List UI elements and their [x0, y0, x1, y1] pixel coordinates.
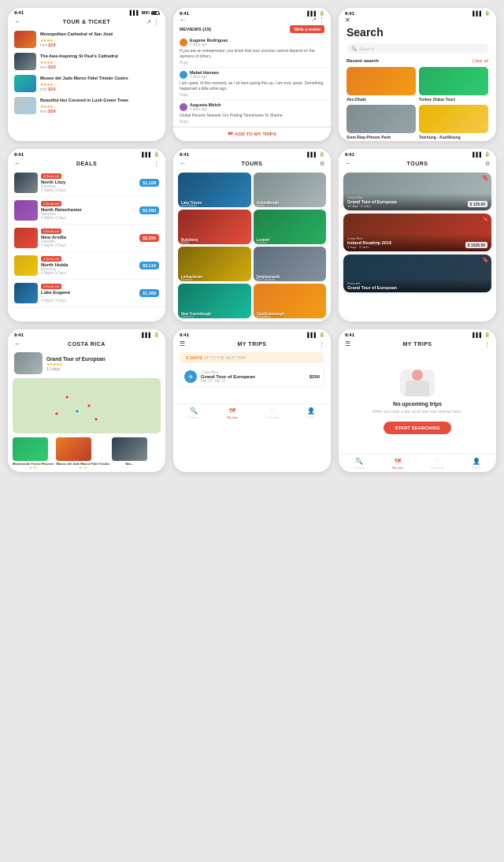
- nav-profile-8[interactable]: 👤 Profile: [306, 407, 315, 419]
- search-box[interactable]: 🔍 Search: [346, 43, 488, 54]
- reply-link-1[interactable]: Reply: [180, 61, 324, 65]
- status-bar-3: 9:41 ▌▌▌ 🔋: [339, 8, 496, 17]
- list-item[interactable]: Metropolitan Cathedral of San José ★★★★☆…: [14, 31, 159, 48]
- back-button-2[interactable]: ←: [180, 17, 186, 24]
- bottom-nav-9: 🔍 Explore 🗺 My trips ♡ Favourite 👤 Profi…: [339, 454, 496, 472]
- back-button-7[interactable]: ←: [14, 340, 20, 347]
- header-1: ← TOUR & TICKET ↗ ⋮: [8, 16, 165, 28]
- recent-item-2[interactable]: Turkey (Value Tour): [419, 67, 488, 102]
- reply-link-2[interactable]: Reply: [180, 93, 324, 97]
- write-review-button[interactable]: Write a review: [290, 25, 324, 33]
- status-icons-9: ▌▌▌ 🔋: [472, 332, 490, 337]
- days-sub: UP TO THE NEXT TRIP: [204, 355, 246, 360]
- tour-grid-item-3[interactable]: Rubyberg Bilbao: [178, 210, 251, 244]
- bottom-place-3[interactable]: Nat...: [112, 437, 147, 470]
- tour-grid-item-2[interactable]: Armindburgh China: [254, 173, 327, 207]
- nav-trips-8[interactable]: 🗺 My trips: [227, 407, 238, 419]
- deal-duration-1: 4 Nights 3 Days: [41, 188, 136, 192]
- trips-label-9: My trips: [392, 466, 403, 470]
- signal-icon-3: ▌▌▌: [472, 11, 483, 16]
- list-item[interactable]: The Awe-Inspiring St Paul's Cathedral ★★…: [14, 53, 159, 70]
- bookmark-icon-3[interactable]: 🔖: [482, 257, 489, 263]
- menu-icon-8[interactable]: ⋮: [319, 341, 324, 347]
- recent-item-3[interactable]: Siem Riep-Phnom Penh: [346, 105, 416, 139]
- recent-thumb-2: [419, 67, 488, 95]
- screen-title-9: MY TRIPS: [403, 341, 432, 347]
- tour-grid-sub-4: Comoros: [257, 241, 268, 244]
- start-search-button[interactable]: START SEARCHING: [384, 422, 450, 434]
- nav-explore-9[interactable]: 🔍 Explore: [354, 458, 365, 470]
- menu-icon-2[interactable]: ⋮: [319, 17, 324, 23]
- deal-item-4[interactable]: 4 Deals left North Hulda Wyoming 4 Night…: [8, 252, 165, 280]
- trip-icon: ✈: [184, 370, 197, 383]
- list-item[interactable]: Beautiful Hut Covered in Lush Green Tree…: [14, 97, 159, 114]
- menu-icon-9[interactable]: ⋮: [484, 341, 490, 347]
- tour-grid-item-4[interactable]: Luoport Comoros: [254, 210, 327, 244]
- bottom-place-2[interactable]: Museo del Jade Marco Fidel Tristán ★ 1.6: [56, 437, 109, 470]
- trip-dates: Mar 13 - Apr 12: [201, 379, 306, 383]
- avatar-1: [180, 39, 187, 46]
- deal-item-3[interactable]: 4 Deals left New Arvilla Glenside 4 Nigh…: [8, 225, 165, 252]
- header-icons-5: ⚙: [320, 161, 324, 167]
- search-icon: 🔍: [351, 46, 357, 51]
- recent-item-1[interactable]: Abu Dhabi: [346, 67, 416, 102]
- share-icon-2[interactable]: ↗: [312, 17, 317, 23]
- deal-item-2[interactable]: 4 Deals left North Retachester Nausikaa …: [8, 197, 165, 225]
- hamburger-icon-9[interactable]: ☰: [345, 340, 350, 347]
- screen-costa-rica: 9:41 ▌▌▌ 🔋 ← COSTA RICA Grand Tour of Eu…: [8, 329, 165, 472]
- hamburger-icon-8[interactable]: ☰: [180, 340, 185, 347]
- filter-icon-5[interactable]: ⚙: [320, 161, 324, 167]
- tour-grid-item-1[interactable]: Lake Travon Saudi Arabia: [178, 173, 251, 207]
- bookmark-icon-2[interactable]: 🔖: [482, 216, 489, 222]
- close-button-3[interactable]: ✕: [345, 17, 350, 24]
- fav-label-8: Favourite: [265, 415, 279, 419]
- nav-fav-9[interactable]: ♡ Favourite: [431, 458, 444, 470]
- back-button-5[interactable]: ←: [180, 160, 186, 167]
- nav-profile-9[interactable]: 👤 Profile: [472, 458, 480, 470]
- bookmark-icon-1[interactable]: 🔖: [482, 175, 489, 181]
- clear-all-button[interactable]: Clear all: [472, 58, 488, 63]
- tour-grid-item-8[interactable]: Candiceborough Hong Kong: [254, 284, 327, 318]
- tour-grid-item-6[interactable]: Delphiamauth New Caledonia: [254, 247, 327, 281]
- status-icons-2: ▌▌▌ 🔋: [307, 10, 324, 16]
- menu-icon-1[interactable]: ⋮: [154, 19, 159, 25]
- recent-item-4[interactable]: Taichung - KaoShiung: [419, 105, 488, 139]
- add-to-trips-button[interactable]: 🗺 ADD TO MY TRIPS: [173, 127, 331, 140]
- nav-trips-9[interactable]: 🗺 My trips: [392, 458, 403, 470]
- trips-banner: 3 DAYS UP TO THE NEXT TRIP: [180, 352, 324, 363]
- status-icons-6: ▌▌▌ 🔋: [472, 151, 490, 157]
- tour-grid-item-5[interactable]: Lethacherter Romania: [178, 247, 251, 281]
- trips-label-8: My trips: [227, 415, 238, 419]
- tour-card-1[interactable]: 🔖 Costa Rica Grand Tour of European 11 d…: [343, 173, 491, 210]
- header-icons-8: ⋮: [319, 341, 324, 347]
- back-button-6[interactable]: ←: [345, 160, 351, 167]
- tc-price-1: $ 125.00: [468, 201, 487, 207]
- map-container[interactable]: [13, 378, 161, 433]
- review-text-1: If you are an entrepreneur, you know tha…: [180, 48, 324, 59]
- back-button-1[interactable]: ←: [14, 18, 20, 25]
- reply-link-3[interactable]: Reply: [180, 120, 324, 124]
- tour-card-3[interactable]: 🔖 Denmark Grand Tour of European: [343, 255, 491, 292]
- tour-price-2: $29: [48, 65, 55, 69]
- menu-icon-4[interactable]: ⋮: [154, 161, 159, 167]
- tour-card-2[interactable]: 🔖 Costa Rica Ireland Roadtrip 2019 5 day…: [343, 214, 491, 251]
- tour-card-overlay-3: Denmark Grand Tour of European: [343, 279, 491, 292]
- tour-grid-item-7[interactable]: New Travonburgh Cameroon: [178, 284, 251, 318]
- filter-icon-6[interactable]: ⚙: [485, 161, 490, 167]
- nav-fav-8[interactable]: ♡ Favourite: [265, 407, 279, 419]
- bottom-place-1[interactable]: Monteverde Forest Reserve ★ 0.5: [13, 437, 54, 470]
- deal-item-5[interactable]: 4 Deals left Lake Eugene — 4 Nights 3 Da…: [8, 280, 165, 307]
- bottom-nav-8: 🔍 Explore 🗺 My trips ♡ Favourite 👤 Profi…: [173, 403, 331, 422]
- nav-explore-8[interactable]: 🔍 Explore: [189, 407, 200, 419]
- list-item[interactable]: Museo del Jade Marco Fidel Tristán Castr…: [14, 75, 159, 92]
- screen-deals: 9:41 ▌▌▌ 🔋 ← DEALS ⋮ 4 Deals left North …: [8, 149, 165, 321]
- header-icons-6: ⚙: [485, 161, 490, 167]
- share-icon-1[interactable]: ↗: [146, 19, 151, 25]
- trip-card[interactable]: ✈ Costa Rica Grand Tour of European Mar …: [180, 366, 324, 388]
- back-button-4[interactable]: ←: [14, 160, 20, 167]
- status-bar-6: 9:41 ▌▌▌ 🔋: [339, 149, 496, 158]
- fav-label-9: Favourite: [431, 466, 444, 470]
- tour-grid-sub-3: Bilbao: [181, 241, 189, 244]
- deal-item-1[interactable]: 4 Deals left North Litzy Nausikaa 4 Nigh…: [8, 169, 165, 197]
- recent-header: Recent search Clear all: [339, 56, 496, 65]
